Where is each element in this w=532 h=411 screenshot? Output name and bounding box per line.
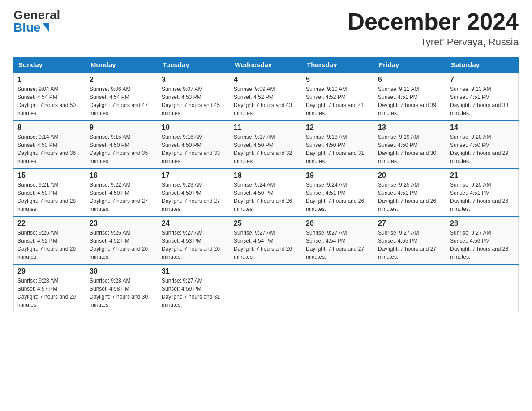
day-number: 19 [306,171,370,180]
calendar-day-cell: 23Sunrise: 9:26 AMSunset: 4:52 PMDayligh… [86,216,158,264]
day-number: 7 [450,76,515,84]
day-number: 28 [450,219,515,227]
weekday-header-thursday: Thursday [302,57,374,73]
title-block: December 2024 Tyret' Pervaya, Russia [348,9,519,48]
calendar-day-cell: 22Sunrise: 9:26 AMSunset: 4:52 PMDayligh… [14,216,86,264]
calendar-day-cell: 18Sunrise: 9:24 AMSunset: 4:50 PMDayligh… [230,168,302,216]
calendar-day-cell: 7Sunrise: 9:13 AMSunset: 4:51 PMDaylight… [446,73,519,120]
day-number: 29 [17,267,82,275]
weekday-header-saturday: Saturday [446,57,519,73]
calendar-week-row: 15Sunrise: 9:21 AMSunset: 4:50 PMDayligh… [14,168,519,216]
day-info: Sunrise: 9:16 AMSunset: 4:50 PMDaylight:… [162,133,226,165]
day-number: 17 [162,171,226,180]
day-number: 31 [162,267,226,275]
day-info: Sunrise: 9:27 AMSunset: 4:54 PMDaylight:… [306,229,370,261]
day-info: Sunrise: 9:20 AMSunset: 4:50 PMDaylight:… [450,133,515,165]
calendar-day-cell: 28Sunrise: 9:27 AMSunset: 4:56 PMDayligh… [446,216,519,264]
day-info: Sunrise: 9:26 AMSunset: 4:52 PMDaylight:… [17,229,82,261]
day-number: 25 [234,219,298,227]
calendar-day-cell: 24Sunrise: 9:27 AMSunset: 4:53 PMDayligh… [158,216,230,264]
day-info: Sunrise: 9:11 AMSunset: 4:51 PMDaylight:… [378,85,442,117]
day-info: Sunrise: 9:07 AMSunset: 4:53 PMDaylight:… [162,85,226,117]
calendar-day-cell: 27Sunrise: 9:27 AMSunset: 4:55 PMDayligh… [374,216,446,264]
day-number: 9 [90,124,154,132]
day-info: Sunrise: 9:04 AMSunset: 4:54 PMDaylight:… [17,85,82,117]
calendar-day-cell: 3Sunrise: 9:07 AMSunset: 4:53 PMDaylight… [158,73,230,120]
day-info: Sunrise: 9:27 AMSunset: 4:59 PMDaylight:… [162,277,226,309]
day-number: 21 [450,171,515,180]
day-number: 3 [162,76,226,84]
calendar-day-cell: 10Sunrise: 9:16 AMSunset: 4:50 PMDayligh… [158,120,230,168]
day-number: 13 [378,124,442,132]
calendar-day-cell: 16Sunrise: 9:22 AMSunset: 4:50 PMDayligh… [86,168,158,216]
day-number: 15 [17,171,82,180]
day-info: Sunrise: 9:27 AMSunset: 4:55 PMDaylight:… [378,229,442,261]
day-info: Sunrise: 9:28 AMSunset: 4:57 PMDaylight:… [17,277,82,309]
day-number: 20 [378,171,442,180]
calendar-day-cell: 17Sunrise: 9:23 AMSunset: 4:50 PMDayligh… [158,168,230,216]
calendar-day-cell: 11Sunrise: 9:17 AMSunset: 4:50 PMDayligh… [230,120,302,168]
day-number: 2 [90,76,154,84]
day-number: 12 [306,124,370,132]
day-info: Sunrise: 9:24 AMSunset: 4:51 PMDaylight:… [306,181,370,213]
day-info: Sunrise: 9:25 AMSunset: 4:51 PMDaylight:… [378,181,442,213]
logo: General Blue [13,9,60,34]
calendar-day-cell: 31Sunrise: 9:27 AMSunset: 4:59 PMDayligh… [158,264,230,312]
weekday-header-row: SundayMondayTuesdayWednesdayThursdayFrid… [14,57,519,73]
day-number: 6 [378,76,442,84]
calendar-week-row: 8Sunrise: 9:14 AMSunset: 4:50 PMDaylight… [14,120,519,168]
day-number: 1 [17,76,82,84]
calendar-table: SundayMondayTuesdayWednesdayThursdayFrid… [13,57,519,312]
day-number: 16 [90,171,154,180]
location-title: Tyret' Pervaya, Russia [348,36,519,48]
calendar-day-cell: 9Sunrise: 9:15 AMSunset: 4:50 PMDaylight… [86,120,158,168]
weekday-header-wednesday: Wednesday [230,57,302,73]
day-info: Sunrise: 9:06 AMSunset: 4:54 PMDaylight:… [90,85,154,117]
day-number: 14 [450,124,515,132]
logo-triangle-icon [43,23,49,32]
calendar-week-row: 1Sunrise: 9:04 AMSunset: 4:54 PMDaylight… [14,73,519,120]
calendar-day-cell [230,264,302,312]
day-number: 30 [90,267,154,275]
day-number: 23 [90,219,154,227]
day-info: Sunrise: 9:15 AMSunset: 4:50 PMDaylight:… [90,133,154,165]
day-number: 22 [17,219,82,227]
month-title: December 2024 [348,9,519,34]
day-info: Sunrise: 9:09 AMSunset: 4:52 PMDaylight:… [234,85,298,117]
page-header: General Blue December 2024 Tyret' Pervay… [13,9,519,48]
day-number: 26 [306,219,370,227]
day-info: Sunrise: 9:28 AMSunset: 4:58 PMDaylight:… [90,277,154,309]
day-number: 10 [162,124,226,132]
calendar-day-cell: 14Sunrise: 9:20 AMSunset: 4:50 PMDayligh… [446,120,519,168]
calendar-week-row: 29Sunrise: 9:28 AMSunset: 4:57 PMDayligh… [14,264,519,312]
day-info: Sunrise: 9:13 AMSunset: 4:51 PMDaylight:… [450,85,515,117]
day-info: Sunrise: 9:25 AMSunset: 4:51 PMDaylight:… [450,181,515,213]
logo-general-text: General [13,9,60,21]
day-info: Sunrise: 9:19 AMSunset: 4:50 PMDaylight:… [378,133,442,165]
weekday-header-tuesday: Tuesday [158,57,230,73]
calendar-day-cell: 15Sunrise: 9:21 AMSunset: 4:50 PMDayligh… [14,168,86,216]
calendar-day-cell: 13Sunrise: 9:19 AMSunset: 4:50 PMDayligh… [374,120,446,168]
day-number: 27 [378,219,442,227]
calendar-day-cell: 12Sunrise: 9:18 AMSunset: 4:50 PMDayligh… [302,120,374,168]
day-info: Sunrise: 9:22 AMSunset: 4:50 PMDaylight:… [90,181,154,213]
weekday-header-friday: Friday [374,57,446,73]
calendar-day-cell: 25Sunrise: 9:27 AMSunset: 4:54 PMDayligh… [230,216,302,264]
calendar-day-cell: 6Sunrise: 9:11 AMSunset: 4:51 PMDaylight… [374,73,446,120]
day-info: Sunrise: 9:14 AMSunset: 4:50 PMDaylight:… [17,133,82,165]
day-info: Sunrise: 9:18 AMSunset: 4:50 PMDaylight:… [306,133,370,165]
calendar-week-row: 22Sunrise: 9:26 AMSunset: 4:52 PMDayligh… [14,216,519,264]
day-info: Sunrise: 9:27 AMSunset: 4:56 PMDaylight:… [450,229,515,261]
weekday-header-monday: Monday [86,57,158,73]
calendar-day-cell: 2Sunrise: 9:06 AMSunset: 4:54 PMDaylight… [86,73,158,120]
day-info: Sunrise: 9:23 AMSunset: 4:50 PMDaylight:… [162,181,226,213]
calendar-day-cell [374,264,446,312]
calendar-day-cell [446,264,519,312]
weekday-header-sunday: Sunday [14,57,86,73]
day-info: Sunrise: 9:26 AMSunset: 4:52 PMDaylight:… [90,229,154,261]
day-info: Sunrise: 9:17 AMSunset: 4:50 PMDaylight:… [234,133,298,165]
calendar-day-cell: 5Sunrise: 9:10 AMSunset: 4:52 PMDaylight… [302,73,374,120]
day-info: Sunrise: 9:27 AMSunset: 4:53 PMDaylight:… [162,229,226,261]
calendar-day-cell: 8Sunrise: 9:14 AMSunset: 4:50 PMDaylight… [14,120,86,168]
day-number: 5 [306,76,370,84]
